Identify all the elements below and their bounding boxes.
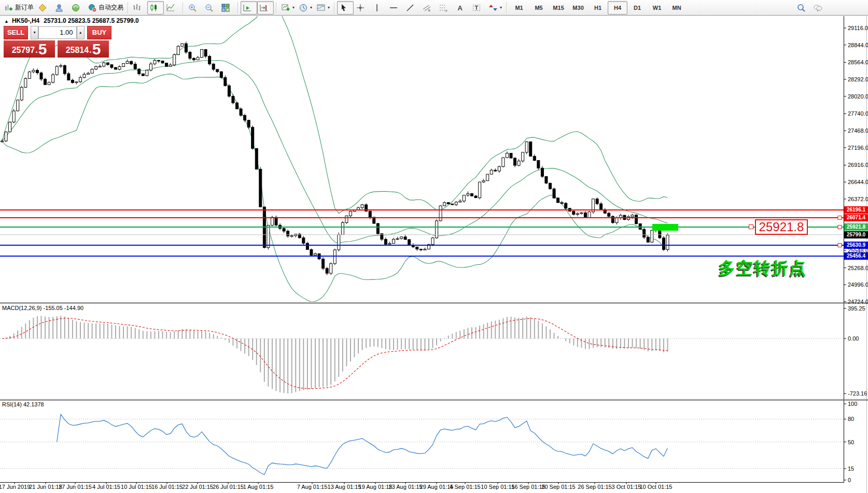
time-axis-label: 13 Aug 01:15 (328, 484, 361, 490)
signals-icon (71, 3, 80, 12)
timeframe-button-H4[interactable]: H4 (608, 1, 627, 15)
bull-candle (361, 205, 363, 208)
bull-candle (341, 222, 344, 234)
bull-candle (95, 66, 97, 69)
price-callout[interactable]: 25921.8 (755, 219, 808, 235)
toolbar-button-chart-shift[interactable] (257, 1, 274, 15)
toolbar-button-bars[interactable] (131, 1, 147, 15)
toolbar-group-scroll (241, 0, 274, 16)
sell-button[interactable]: SELL (4, 26, 28, 39)
toolbar-button-trendline[interactable] (403, 1, 420, 15)
toolbar-button-templates[interactable]: ▾ (314, 1, 332, 15)
toolbar-button-arrows[interactable]: ▾ (486, 1, 504, 15)
application-window: 新订单自动交易▾▾▾EFAT▾M1M5M15M30H1H4D1W1MN ▲HK5… (0, 0, 868, 493)
toolbar-button-chat[interactable] (811, 1, 828, 15)
timeframe-button-MN[interactable]: MN (667, 1, 687, 15)
toolbar-button-fibonacci[interactable]: F (437, 1, 453, 15)
toolbar-button-vline[interactable] (370, 1, 387, 15)
toolbar-button-search[interactable] (794, 1, 811, 15)
bear-candle (647, 237, 649, 243)
toolbar-button-autoscroll[interactable] (241, 1, 257, 15)
buy-price[interactable]: 25814 . 5 (58, 40, 109, 58)
chinese-annotation[interactable]: 多空转折点 (719, 257, 807, 280)
toolbar-button-metaeditor[interactable] (36, 1, 52, 15)
timeframe-button-H1[interactable]: H1 (588, 1, 608, 15)
bear-candle (216, 69, 219, 72)
timeframe-button-D1[interactable]: D1 (627, 1, 647, 15)
toolbar-button-periods[interactable]: ▾ (297, 1, 314, 15)
new-order-icon (4, 3, 13, 12)
rsi-line[interactable] (57, 414, 668, 474)
toolbar-button-hline[interactable] (387, 1, 403, 15)
bear-candle (557, 198, 559, 203)
bull-candle (502, 158, 505, 166)
price-badge-key-level: 25921.8 (844, 223, 868, 231)
toolbar-button-signals[interactable] (69, 1, 86, 15)
toolbar-button-autotrading[interactable]: 自动交易 (86, 1, 125, 15)
bull-candle (271, 217, 273, 225)
toolbar-button-label[interactable]: T (470, 1, 486, 15)
toolbar-button-zoom-in[interactable] (186, 1, 202, 15)
zoom-out-icon (204, 3, 214, 12)
toolbar-button-crosshair[interactable] (354, 1, 370, 15)
bollinger-middle-band[interactable] (2, 61, 668, 244)
sell-price-main: 25797 (12, 44, 35, 57)
bear-candle (247, 120, 250, 128)
line-selection-marker (838, 243, 842, 247)
timeframe-button-M15[interactable]: M15 (549, 1, 568, 15)
toolbar-button-cursor[interactable] (337, 1, 354, 15)
volume-decrease-button[interactable]: ▼ (31, 26, 38, 39)
buy-button[interactable]: BUY (87, 26, 111, 39)
line-selection-marker (838, 216, 842, 220)
bull-candle (118, 67, 121, 69)
toolbar-button-channel[interactable]: E (420, 1, 437, 15)
bear-candle (514, 158, 516, 165)
one-click-trading-panel: SELL ▼ 1.00 ▲ BUY 25797 . 5 25814 . 5 (4, 26, 111, 58)
bear-candle (185, 44, 187, 52)
bear-candle (138, 69, 141, 74)
toolbar-button-new-order[interactable]: 新订单 (2, 1, 36, 15)
toolbar-button-profile[interactable] (52, 1, 69, 15)
toolbar-button-label: 自动交易 (99, 3, 123, 12)
volume-increase-button[interactable]: ▲ (77, 26, 85, 39)
bear-candle (220, 72, 222, 77)
bull-candle (20, 87, 23, 100)
macd-panel-separator[interactable] (0, 302, 868, 303)
svg-text:T: T (475, 5, 479, 11)
time-axis-label: 10 Jul 01:15 (121, 484, 152, 490)
timeframe-button-M5[interactable]: M5 (529, 1, 549, 15)
periods-icon (299, 3, 308, 12)
new-chart-icon (281, 3, 290, 12)
callout-anchor-marker[interactable] (749, 224, 753, 229)
toolbar-button-tile-windows[interactable] (219, 1, 235, 15)
toolbar-button-candles[interactable] (147, 1, 164, 15)
volume-input[interactable]: 1.00 (38, 26, 76, 39)
collapse-panel-icon[interactable]: ▲ (4, 19, 9, 24)
toolbar-button-new-chart[interactable]: ▾ (279, 1, 297, 15)
bear-candle (537, 160, 540, 168)
timeframe-button-W1[interactable]: W1 (647, 1, 667, 15)
toolbar-button-line-chart[interactable] (164, 1, 180, 15)
toolbar-button-zoom-out[interactable] (202, 1, 219, 15)
macd-panel-separator-line2 (0, 303, 868, 304)
bull-candle (55, 66, 58, 75)
toolbar-separator (183, 2, 184, 13)
price-axis-label: 0.00 (848, 335, 859, 342)
bull-candle (169, 65, 172, 66)
bear-candle (561, 203, 563, 204)
toolbar-button-text[interactable]: A (453, 1, 470, 15)
bollinger-lower-band[interactable] (2, 74, 668, 302)
highlight-rectangle[interactable] (652, 224, 678, 231)
sell-price[interactable]: 25797 . 5 (4, 40, 55, 58)
time-axis-label: 16 Sep 01:15 (511, 484, 545, 490)
bear-candle (596, 199, 598, 204)
bear-candle (565, 203, 567, 208)
price-axis-label: 27468.0 (848, 128, 868, 134)
rsi-panel-separator[interactable] (0, 399, 868, 400)
timeframe-button-M1[interactable]: M1 (509, 1, 529, 15)
bear-candle (142, 74, 144, 76)
timeframe-button-M30[interactable]: M30 (568, 1, 588, 15)
toolbar-button-label: 新订单 (15, 3, 34, 12)
bull-candle (482, 181, 485, 182)
bear-candle (189, 52, 191, 59)
